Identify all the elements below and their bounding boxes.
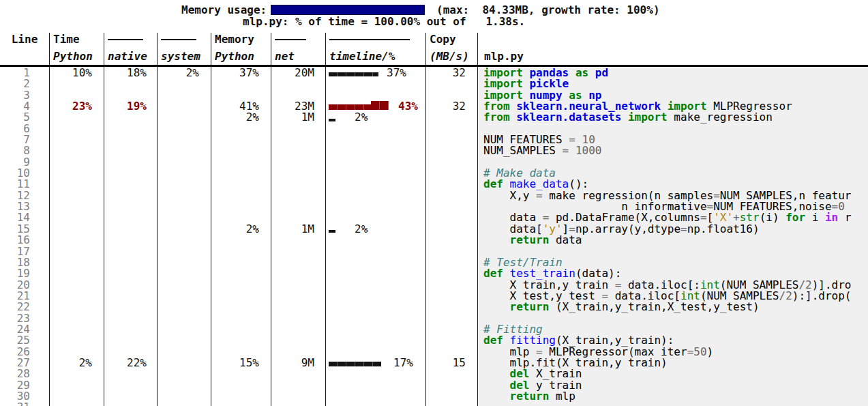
- timeline-cell: [325, 335, 425, 346]
- table-row: 30 return mlp: [0, 391, 868, 402]
- time-python-value: [49, 268, 104, 279]
- code-line: # Fitting: [477, 324, 868, 335]
- time-native-value: [104, 134, 157, 145]
- time-system-value: [157, 224, 211, 235]
- column-separator: [157, 33, 158, 406]
- time-python-value: [49, 78, 104, 89]
- time-native-value: [104, 235, 157, 246]
- time-summary: mlp.py: % of time = 100.00% out of 1.38s…: [243, 16, 525, 27]
- time-system-value: [157, 402, 211, 406]
- line-number: 8: [0, 145, 49, 156]
- table-row: 9: [0, 157, 868, 168]
- line-number: 31: [0, 402, 49, 406]
- table-row: 17: [0, 246, 868, 257]
- timeline-bar-segment: [329, 72, 378, 76]
- timeline-cell: 43%: [325, 101, 425, 112]
- time-system-value: [157, 201, 211, 212]
- col-header-net: net: [271, 48, 325, 65]
- table-row: 24# Fitting: [0, 324, 868, 335]
- col-header-native-rule: [104, 31, 157, 48]
- time-system-value: [157, 212, 211, 223]
- time-python-value: [49, 302, 104, 313]
- line-number: 29: [0, 380, 49, 391]
- memory-python-value: 2%: [211, 112, 271, 123]
- copy-mbs-value: [425, 368, 477, 379]
- copy-mbs-value: [425, 179, 477, 190]
- code-line: n_informative=NUM_FEATURES,noise=0: [477, 201, 868, 212]
- memory-python-value: [211, 212, 271, 223]
- timeline-cell: [325, 280, 425, 291]
- memory-net-value: 1M: [271, 112, 325, 123]
- time-python-value: [49, 190, 104, 201]
- copy-mbs-value: 15: [425, 358, 477, 368]
- time-python-value: [49, 280, 104, 291]
- time-native-value: [104, 246, 157, 257]
- column-separator: [104, 33, 104, 406]
- table-row: 19def test_train(data):: [0, 268, 868, 279]
- time-system-value: [157, 124, 211, 134]
- table-row: 28 del X_train: [0, 368, 868, 379]
- code-line: [477, 246, 868, 257]
- table-row: 7NUM_FEATURES = 10: [0, 134, 868, 145]
- col-header-native: native: [104, 48, 157, 65]
- table-row: 14 data = pd.DataFrame(X,columns=['X'+st…: [0, 212, 868, 223]
- col-header-system: system: [157, 48, 211, 65]
- column-rule: [108, 39, 143, 40]
- memory-python-value: [211, 291, 271, 302]
- memory-python-value: [211, 134, 271, 145]
- memory-python-value: [211, 280, 271, 291]
- code-line: # Test/Train: [477, 257, 868, 268]
- code-line: import pandas as pd: [477, 68, 868, 78]
- timeline-cell: [325, 313, 425, 324]
- timeline-bar-segment: [329, 230, 335, 233]
- copy-mbs-value: [425, 201, 477, 212]
- time-python-value: [49, 168, 104, 179]
- timeline-cell: [325, 235, 425, 246]
- memory-usage-bar: [271, 5, 425, 15]
- memory-python-value: [211, 168, 271, 179]
- memory-python-value: [211, 235, 271, 246]
- time-python-value: [49, 246, 104, 257]
- line-number: 13: [0, 201, 49, 212]
- timeline-cell: [325, 291, 425, 302]
- memory-net-value: [271, 380, 325, 391]
- copy-mbs-value: [425, 391, 477, 402]
- table-row: 2import pickle: [0, 78, 868, 89]
- time-system-value: 2%: [157, 68, 211, 78]
- memory-python-value: [211, 324, 271, 335]
- code-line: from sklearn.datasets import make_regres…: [477, 112, 868, 123]
- timeline-cell: [325, 347, 425, 358]
- time-native-value: [104, 168, 157, 179]
- time-native-value: [104, 224, 157, 235]
- copy-mbs-value: 32: [425, 101, 477, 112]
- timeline-cell: [325, 90, 425, 101]
- copy-mbs-value: [425, 78, 477, 89]
- memory-python-value: [211, 201, 271, 212]
- code-line: import pickle: [477, 78, 868, 89]
- time-system-value: [157, 257, 211, 268]
- time-system-value: [157, 168, 211, 179]
- time-native-value: [104, 212, 157, 223]
- memory-net-value: [271, 212, 325, 223]
- time-system-value: [157, 358, 211, 368]
- memory-net-value: [271, 157, 325, 168]
- table-row: 29 del y_train: [0, 380, 868, 391]
- timeline-cell: [325, 368, 425, 379]
- table-row: 23: [0, 313, 868, 324]
- code-line: X,y = make_regression(n_samples=NUM_SAMP…: [477, 190, 868, 201]
- memory-net-value: [271, 235, 325, 246]
- column-separator: [477, 33, 478, 406]
- time-native-value: 19%: [104, 101, 157, 112]
- time-native-value: 18%: [104, 68, 157, 78]
- copy-mbs-value: [425, 235, 477, 246]
- line-number: 24: [0, 324, 49, 335]
- time-python-value: [49, 380, 104, 391]
- copy-mbs-value: 32: [425, 68, 477, 78]
- time-native-value: [104, 324, 157, 335]
- timeline-bar-segment: [329, 119, 335, 121]
- copy-mbs-value: [425, 134, 477, 145]
- table-row: 13 n_informative=NUM_FEATURES,noise=0: [0, 201, 868, 212]
- time-python-value: [49, 402, 104, 406]
- line-number: 20: [0, 280, 49, 291]
- time-python-value: 10%: [49, 68, 104, 78]
